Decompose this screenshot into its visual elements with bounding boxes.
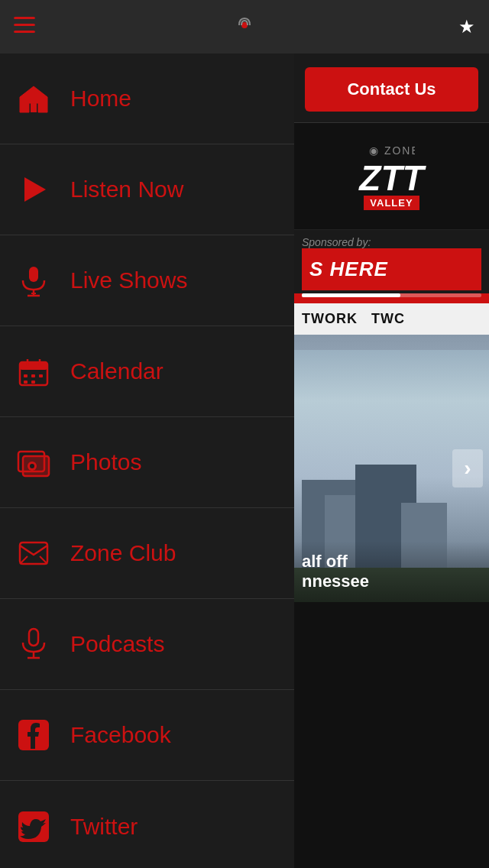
progress-area [294, 293, 489, 303]
twitter-icon [15, 808, 52, 845]
svg-text:◉ ZONE ◉: ◉ ZONE ◉ [369, 144, 415, 157]
home-icon [15, 80, 52, 117]
svg-rect-11 [20, 362, 47, 370]
sidebar-item-label: Calendar [70, 358, 164, 384]
play-icon [15, 171, 52, 208]
mic-icon [15, 262, 52, 299]
svg-rect-2 [14, 31, 35, 33]
menu-button[interactable] [14, 17, 35, 37]
svg-rect-14 [24, 374, 28, 377]
station-logo-area: ◉ ZONE ◉ ZTT VALLEY [294, 123, 489, 230]
sidebar-item-label: Live Shows [70, 267, 187, 293]
sidebar-item-zone-club[interactable]: Zone Club [0, 508, 294, 599]
main-area: Home Listen Now Live Shows [0, 53, 489, 868]
chevron-right-icon: › [464, 456, 471, 481]
next-button[interactable]: › [452, 449, 483, 487]
podcast-icon [15, 626, 52, 662]
svg-rect-6 [29, 267, 38, 282]
contact-us-button[interactable]: Contact Us [305, 67, 478, 112]
svg-marker-5 [24, 177, 46, 202]
content-panel: Contact Us ◉ ZONE ◉ ZTT VALLEY Sponsored… [294, 53, 489, 868]
envelope-icon [15, 535, 52, 572]
sidebar-item-photos[interactable]: Photos [0, 417, 294, 508]
sidebar-item-label: Podcasts [70, 631, 164, 657]
ticker-area: TWORK TWC [294, 303, 489, 335]
favorite-icon[interactable]: ★ [458, 16, 475, 37]
ticker-text: TWORK TWC [302, 311, 405, 326]
svg-rect-15 [31, 374, 35, 377]
svg-rect-18 [31, 381, 35, 384]
svg-rect-1 [14, 24, 35, 26]
overlay-text-1: alf off [302, 552, 481, 572]
sidebar-item-label: Home [70, 86, 131, 112]
sidebar-menu: Home Listen Now Live Shows [0, 53, 294, 868]
sidebar-item-twitter[interactable]: Twitter [0, 781, 294, 868]
image-area: › alf off nnessee [294, 335, 489, 602]
sidebar-item-label: Twitter [70, 814, 138, 840]
overlay-text-2: nnessee [302, 572, 481, 591]
svg-rect-4 [31, 103, 37, 112]
header: ★ [0, 0, 489, 53]
sidebar-item-label: Listen Now [70, 177, 183, 202]
contact-section: Contact Us [294, 53, 489, 123]
sidebar-item-podcasts[interactable]: Podcasts [0, 599, 294, 690]
station-valley: VALLEY [364, 196, 419, 210]
svg-rect-0 [14, 17, 35, 19]
facebook-icon [15, 717, 52, 753]
svg-rect-16 [39, 374, 43, 377]
photos-icon [15, 444, 52, 481]
progress-bar-background [302, 293, 481, 297]
signal-icon [235, 16, 254, 38]
image-overlay: alf off nnessee [294, 541, 489, 602]
sidebar-item-label: Photos [70, 449, 141, 475]
svg-rect-9 [31, 293, 36, 294]
sponsored-text: Sponsored by: [302, 236, 481, 248]
progress-bar-fill [302, 293, 400, 297]
svg-rect-17 [24, 381, 28, 384]
red-banner: S HERE [302, 248, 481, 290]
svg-point-23 [30, 464, 34, 468]
sidebar-item-facebook[interactable]: Facebook [0, 690, 294, 781]
sidebar-item-listen[interactable]: Listen Now [0, 144, 294, 235]
sidebar-item-calendar[interactable]: Calendar [0, 326, 294, 417]
sidebar-item-label: Zone Club [70, 540, 176, 566]
sidebar-item-home[interactable]: Home [0, 53, 294, 144]
sidebar-item-label: Facebook [70, 722, 171, 748]
sidebar-item-live-shows[interactable]: Live Shows [0, 235, 294, 326]
calendar-icon [15, 353, 52, 390]
sponsored-area: Sponsored by: S HERE [294, 230, 489, 293]
station-name: ZTT [359, 160, 423, 196]
